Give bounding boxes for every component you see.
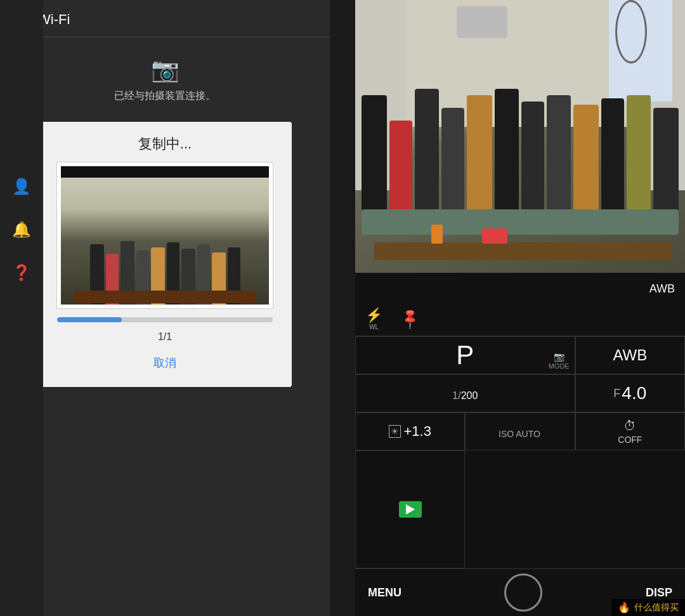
mode-text: MODE	[549, 362, 570, 370]
pin-icon[interactable]: 📌	[398, 307, 422, 331]
controls-area: AWB ⚡ WL 📌 P 📷 MODE AWB	[355, 273, 685, 616]
awb-top-label: AWB	[649, 282, 675, 296]
shutter-number: 200	[461, 390, 478, 401]
progress-bar-container	[57, 317, 273, 322]
ev-value: +1.3	[403, 423, 431, 440]
aperture-f-label: F	[613, 387, 620, 400]
shutter-button[interactable]	[504, 573, 542, 612]
play-cell[interactable]	[355, 450, 465, 568]
bell-icon[interactable]: 🔔	[12, 221, 31, 239]
coff-label: COFF	[618, 435, 642, 445]
coff-icon: ⏱	[623, 419, 636, 433]
play-button[interactable]	[399, 501, 422, 518]
menu-button[interactable]: MENU	[368, 586, 401, 600]
dialog-image	[57, 162, 273, 308]
aperture-value: 4.0	[622, 383, 646, 403]
controls-top-row: AWB	[355, 273, 685, 305]
person-icon[interactable]: 👤	[12, 178, 31, 195]
group-photo	[355, 0, 685, 273]
shutter-prefix: 1/	[452, 390, 460, 401]
watermark: 🔥 什么值得买	[611, 599, 685, 616]
play-triangle-icon	[406, 504, 415, 514]
right-panel: AWB ⚡ WL 📌 P 📷 MODE AWB	[355, 0, 685, 616]
dialog-title: 复制中...	[138, 134, 192, 154]
shutter-value: 1/200	[452, 383, 478, 403]
watermark-text: 什么值得买	[634, 602, 679, 613]
copy-dialog: 复制中...	[38, 122, 292, 387]
photo-area	[355, 0, 685, 273]
iso-cell[interactable]: ISOAUTO	[465, 412, 575, 450]
awb-label: AWB	[613, 346, 647, 364]
iso-value: AUTO	[516, 429, 540, 439]
disp-button[interactable]: DISP	[646, 586, 672, 600]
left-sidebar: 👤 🔔 ❓	[0, 0, 43, 616]
shutter-cell[interactable]: 1/200	[355, 374, 575, 412]
progress-bar-fill	[57, 317, 122, 322]
help-icon[interactable]: ❓	[12, 264, 31, 282]
mode-cell[interactable]: P 📷 MODE	[355, 336, 575, 374]
iso-display: ISOAUTO	[499, 422, 542, 442]
progress-label: 1/1	[158, 331, 172, 343]
mode-p-label: P	[456, 340, 474, 370]
cancel-button[interactable]: 取消	[141, 351, 189, 374]
flash-wl-icon[interactable]: ⚡ WL	[365, 307, 382, 331]
ev-display: ☀ +1.3	[389, 423, 431, 440]
connection-area: 📷 已经与拍摄装置连接。	[0, 37, 330, 115]
coff-display: ⏱ COFF	[618, 419, 642, 445]
coff-cell[interactable]: ⏱ COFF	[575, 412, 685, 450]
left-panel: 📶 Wi-Fi 📷 已经与拍摄装置连接。 复制中...	[0, 0, 330, 616]
photo-scene	[61, 166, 269, 305]
watermark-icon: 🔥	[618, 601, 630, 613]
awb-cell[interactable]: AWB	[575, 336, 685, 374]
ev-cell[interactable]: ☀ +1.3	[355, 412, 465, 450]
control-grid: P 📷 MODE AWB 1/200 F 4.0	[355, 336, 685, 568]
wifi-header: 📶 Wi-Fi	[0, 0, 330, 37]
camera-icon: 📷	[151, 56, 179, 83]
ev-icon: ☀	[389, 425, 401, 438]
connection-text: 已经与拍摄装置连接。	[114, 89, 216, 103]
aperture-cell[interactable]: F 4.0	[575, 374, 685, 412]
iso-label: ISO	[499, 429, 514, 439]
controls-icons-row: ⚡ WL 📌	[355, 305, 685, 336]
flash-wl-label: WL	[369, 324, 379, 331]
